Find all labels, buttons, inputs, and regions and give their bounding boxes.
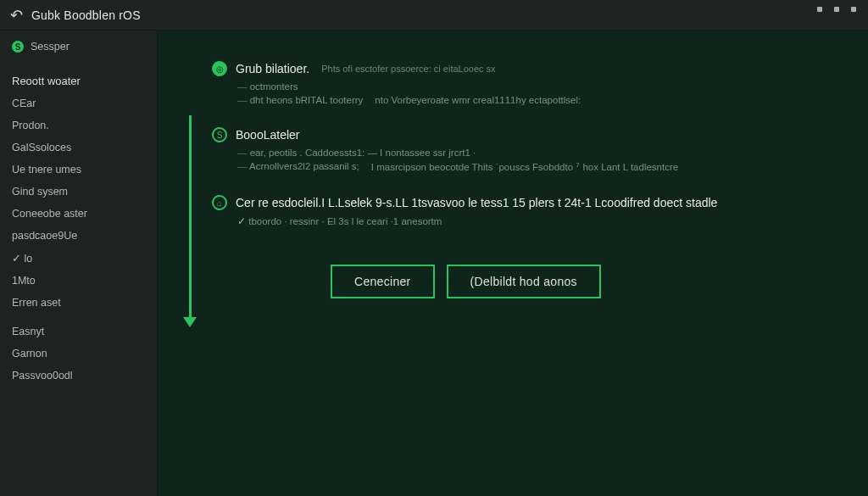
sidebar-list-secondary: EasnytGarnonPassvoo0odl bbox=[12, 324, 148, 383]
main-panel: ◎Grub bilatioer.Phts ofi esctofer pssoer… bbox=[158, 31, 868, 496]
step-icon: ◎ bbox=[212, 61, 227, 76]
cancel-button[interactable]: Ceneciner bbox=[331, 265, 435, 298]
step-header: ⌂Cer re esdocleil.I L.Lselek 9-s.LL 1tsv… bbox=[212, 195, 844, 210]
step-icon: ⌂ bbox=[212, 195, 227, 210]
step-subrow: ear, peotils . Caddoessts1: — I nontasse… bbox=[237, 148, 844, 158]
step-title: BoooLateler bbox=[236, 128, 300, 142]
confirm-button[interactable]: (Delbildt hod aonos bbox=[447, 265, 601, 298]
step-header: ◎Grub bilatioer.Phts ofi esctofer pssoer… bbox=[212, 61, 844, 76]
step-subrow: octmonters bbox=[237, 81, 844, 92]
step-title: Grub bilatioer. bbox=[236, 62, 309, 75]
sidebar-item[interactable]: Erren aset bbox=[12, 295, 148, 310]
sidebar-item[interactable]: Ue tnere umes bbox=[12, 162, 148, 177]
step-block: ⌂Cer re esdocleil.I L.Lselek 9-s.LL 1tsv… bbox=[212, 195, 844, 227]
step-sub-lead: dht heons bRITAL tooterry bbox=[237, 95, 363, 105]
sidebar-item[interactable]: Easnyt bbox=[12, 324, 148, 339]
sidebar-item[interactable]: pasdcaoe9Ue bbox=[12, 228, 148, 243]
step-sub-lead: octmonters bbox=[237, 81, 298, 92]
step-title: Cer re esdocleil.I L.Lselek 9-s.LL 1tsva… bbox=[236, 196, 717, 209]
step-sub-detail: I masrcipson beocotde Thits ˙pouscs Fsob… bbox=[371, 161, 678, 173]
back-icon[interactable]: ↶ bbox=[10, 8, 23, 23]
sidebar-item[interactable]: 1Mto bbox=[12, 273, 148, 288]
window-control-dot[interactable] bbox=[851, 7, 856, 12]
step-block: SBoooLatelerear, peotils . Caddoessts1: … bbox=[212, 127, 844, 173]
step-block: ◎Grub bilatioer.Phts ofi esctofer pssoer… bbox=[212, 61, 844, 105]
page-title: Gubk Boodblen rOS bbox=[31, 8, 141, 22]
window-control-dot[interactable] bbox=[834, 7, 839, 12]
step-header: SBoooLateler bbox=[212, 127, 844, 142]
sidebar-list: CEarProdon.GalSsolocesUe tnere umesGind … bbox=[12, 96, 148, 310]
sidebar-item[interactable]: Passvoo0odl bbox=[12, 368, 148, 383]
step-sub-lead: Acrnollvers2l2 passanil s; bbox=[237, 161, 359, 173]
step-sub-lead: tboordo · ressinr · El 3s l le ceari ·1 … bbox=[237, 215, 442, 227]
sidebar-item[interactable]: Coneeobe aster bbox=[12, 206, 148, 221]
window-control-dot[interactable] bbox=[817, 7, 822, 12]
flow-arrow-icon bbox=[181, 115, 198, 327]
step-sub-lead: ear, peotils . Caddoessts1: — I nontasse… bbox=[237, 148, 476, 158]
sidebar-section-title: Reoott woater bbox=[12, 75, 148, 87]
sidebar-item[interactable]: GalSsoloces bbox=[12, 140, 148, 155]
step-sub-detail: nto Vorbeyeroate wmr creal1111hy ectapot… bbox=[375, 95, 581, 105]
sidebar-item[interactable]: CEar bbox=[12, 96, 148, 111]
session-icon: S bbox=[12, 41, 24, 53]
sidebar-item[interactable]: Garnon bbox=[12, 346, 148, 361]
step-desc: Phts ofi esctofer pssoerce: ci eitaLooec… bbox=[321, 64, 495, 74]
step-subrow: Acrnollvers2l2 passanil s;I masrcipson b… bbox=[237, 161, 844, 173]
step-subrow: dht heons bRITAL tooterrynto Vorbeyeroat… bbox=[237, 95, 844, 105]
sidebar-item[interactable]: Prodon. bbox=[12, 118, 148, 133]
titlebar: ↶ Gubk Boodblen rOS bbox=[0, 0, 868, 31]
sidebar-item[interactable]: lo bbox=[12, 250, 148, 266]
session-label: Sessper bbox=[31, 41, 70, 53]
step-subrow: tboordo · ressinr · El 3s l le ceari ·1 … bbox=[237, 215, 844, 227]
action-row: Ceneciner (Delbildt hod aonos bbox=[331, 265, 844, 298]
sidebar-item[interactable]: Gind sysem bbox=[12, 184, 148, 199]
window-controls bbox=[817, 7, 856, 12]
sidebar: S Sessper Reoott woater CEarProdon.GalSs… bbox=[0, 31, 158, 496]
step-icon: S bbox=[212, 127, 227, 142]
session-indicator[interactable]: S Sessper bbox=[12, 41, 148, 53]
